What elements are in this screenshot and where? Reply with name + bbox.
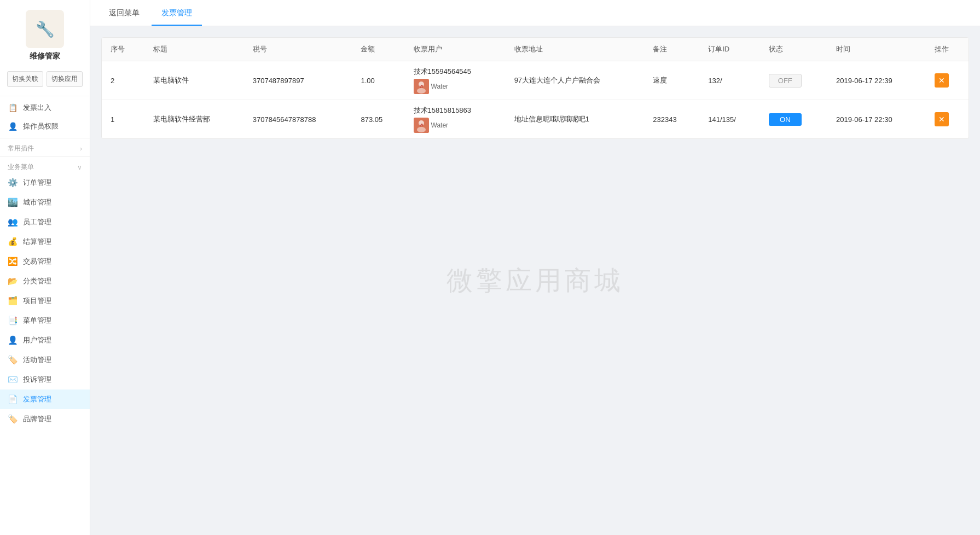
col-action: 操作 [926, 38, 969, 61]
sidebar-item-menu-management[interactable]: 📑 菜单管理 [0, 311, 90, 330]
sidebar-item-invoice-management[interactable]: 📄 发票管理 [0, 389, 90, 409]
col-title: 标题 [144, 38, 244, 61]
table-row: 2 某电脑软件 3707487897897 1.00 技术15594564545… [102, 61, 969, 100]
sidebar-item-category-management[interactable]: 📂 分类管理 [0, 271, 90, 291]
invoice-table: 序号 标题 税号 金额 收票用户 收票地址 备注 订单ID 状态 时间 操作 [102, 38, 969, 138]
cell-tax-no: 3707487897897 [244, 61, 352, 100]
logo-icon: 🔧 [26, 10, 64, 48]
chevron-right-icon: › [80, 145, 82, 153]
cell-remark: 速度 [644, 61, 699, 100]
sidebar-item-label: 发票管理 [23, 394, 51, 404]
sidebar-item-invoice-inout[interactable]: 📋 发票出入 [0, 98, 90, 117]
sidebar-item-label: 结算管理 [23, 237, 51, 247]
sidebar-item-label: 活动管理 [23, 355, 51, 365]
divider-top [0, 96, 90, 96]
sidebar-item-order-management[interactable]: ⚙️ 订单管理 [0, 173, 90, 193]
sidebar-item-label: 品牌管理 [23, 414, 51, 424]
col-order-id: 订单ID [699, 38, 760, 61]
cell-address: 97大连大连个人户户融合会 [506, 61, 645, 100]
category-icon: 📂 [8, 276, 18, 286]
delete-btn[interactable]: ✕ [935, 112, 949, 126]
sidebar-item-label: 项目管理 [23, 296, 51, 306]
switch-related-btn[interactable]: 切换关联 [7, 71, 43, 87]
divider-mid2 [0, 156, 90, 157]
cell-status: OFF [760, 61, 827, 100]
tabs-bar: 返回菜单 发票管理 [90, 0, 980, 26]
user-name: 技术15815815863 [414, 106, 497, 115]
col-user: 收票用户 [405, 38, 506, 61]
cell-action: ✕ [926, 100, 969, 139]
sidebar-item-complaint-management[interactable]: ✉️ 投诉管理 [0, 370, 90, 389]
tab-invoice-management[interactable]: 发票管理 [152, 2, 202, 26]
app-title: 维修管家 [30, 51, 60, 61]
content-area: 序号 标题 税号 金额 收票用户 收票地址 备注 订单ID 状态 时间 操作 [90, 26, 980, 535]
avatar-label: Water [431, 121, 449, 129]
sidebar-item-user-management[interactable]: 👤 用户管理 [0, 330, 90, 350]
employee-icon: 👥 [8, 217, 18, 227]
col-tax-no: 税号 [244, 38, 352, 61]
transaction-icon: 🔀 [8, 257, 18, 266]
sidebar-item-label: 交易管理 [23, 257, 51, 266]
col-seq: 序号 [102, 38, 144, 61]
col-remark: 备注 [644, 38, 699, 61]
table-row: 1 某电脑软件经营部 3707845647878788 873.05 技术158… [102, 100, 969, 139]
sidebar-item-transaction-management[interactable]: 🔀 交易管理 [0, 252, 90, 271]
sidebar-item-label: 菜单管理 [23, 316, 51, 325]
cell-status: ON [760, 100, 827, 139]
brand-icon: 🏷️ [8, 414, 18, 424]
user-avatar-row: W Water [414, 118, 497, 133]
sidebar-item-settlement-management[interactable]: 💰 结算管理 [0, 232, 90, 252]
sidebar-item-operator-permission[interactable]: 👤 操作员权限 [0, 117, 90, 136]
cell-seq: 1 [102, 100, 144, 139]
col-address: 收票地址 [506, 38, 645, 61]
cell-amount: 1.00 [352, 61, 404, 100]
sidebar-item-label: 发票出入 [23, 103, 51, 113]
invoice-icon: 📄 [8, 394, 18, 404]
avatar-label: Water [431, 83, 449, 90]
cell-address: 地址信息呢哦呢哦呢吧1 [506, 100, 645, 139]
table-header-row: 序号 标题 税号 金额 收票用户 收票地址 备注 订单ID 状态 时间 操作 [102, 38, 969, 61]
cell-time: 2019-06-17 22:39 [827, 61, 926, 100]
svg-text:W: W [419, 123, 423, 127]
cell-order-id: 141/135/ [699, 100, 760, 139]
chevron-down-icon: ∨ [77, 164, 82, 171]
cell-action: ✕ [926, 61, 969, 100]
status-toggle-btn[interactable]: OFF [769, 74, 802, 88]
avatar: W [414, 118, 429, 133]
sidebar-item-label: 用户管理 [23, 335, 51, 345]
project-icon: 🗂️ [8, 296, 18, 306]
watermark: 微擎应用商城 [446, 263, 624, 298]
sidebar-item-employee-management[interactable]: 👥 员工管理 [0, 212, 90, 232]
status-toggle-btn[interactable]: ON [769, 113, 802, 126]
sidebar-item-activity-management[interactable]: 🏷️ 活动管理 [0, 350, 90, 370]
city-icon: 🏙️ [8, 197, 18, 207]
cell-order-id: 132/ [699, 61, 760, 100]
order-icon: ⚙️ [8, 178, 18, 188]
user-avatar-row: W Water [414, 79, 497, 94]
sidebar-item-label: 员工管理 [23, 217, 51, 227]
cell-title: 某电脑软件经营部 [144, 100, 244, 139]
svg-point-2 [417, 88, 426, 94]
sidebar-item-brand-management[interactable]: 🏷️ 品牌管理 [0, 409, 90, 429]
tab-back-menu[interactable]: 返回菜单 [99, 2, 149, 26]
invoice-table-container: 序号 标题 税号 金额 收票用户 收票地址 备注 订单ID 状态 时间 操作 [101, 37, 969, 139]
menu-icon: 📑 [8, 316, 18, 325]
switch-app-btn[interactable]: 切换应用 [47, 71, 83, 87]
cell-seq: 2 [102, 61, 144, 100]
delete-btn[interactable]: ✕ [935, 73, 949, 88]
cell-amount: 873.05 [352, 100, 404, 139]
col-status: 状态 [760, 38, 827, 61]
sidebar-item-label: 操作员权限 [23, 121, 59, 131]
col-amount: 金额 [352, 38, 404, 61]
sidebar: 🔧 维修管家 切换关联 切换应用 📋 发票出入 👤 操作员权限 常用插件 › 业… [0, 0, 90, 535]
svg-point-6 [417, 127, 426, 132]
cell-remark: 232343 [644, 100, 699, 139]
cell-user: 技术15815815863 W Water [405, 100, 506, 139]
sidebar-item-city-management[interactable]: 🏙️ 城市管理 [0, 193, 90, 212]
user-icon: 👤 [8, 335, 18, 345]
sidebar-item-project-management[interactable]: 🗂️ 项目管理 [0, 291, 90, 311]
switch-buttons: 切换关联 切换应用 [2, 71, 88, 87]
main-content: 返回菜单 发票管理 序号 标题 税号 金额 收票用户 收票地址 备注 订单ID … [90, 0, 980, 535]
sidebar-item-label: 城市管理 [23, 197, 51, 207]
logo-area: 🔧 维修管家 [26, 0, 64, 67]
